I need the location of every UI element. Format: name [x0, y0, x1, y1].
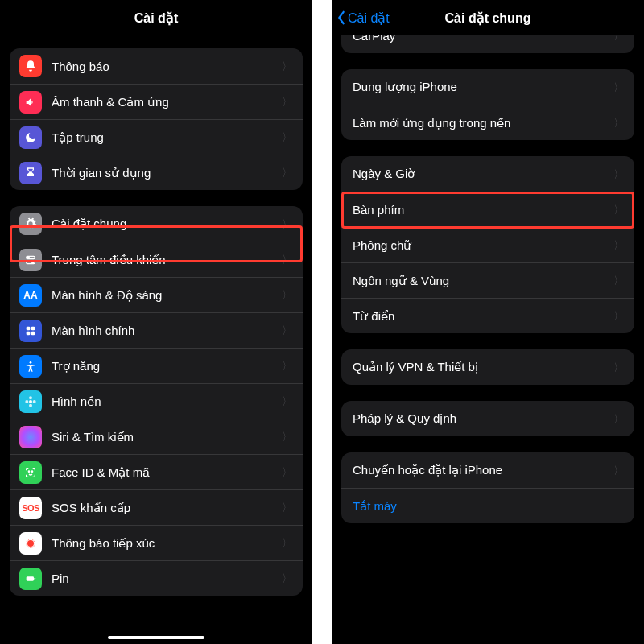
row-focus[interactable]: Tập trung 〉	[10, 119, 303, 155]
row-legal[interactable]: Pháp lý & Quy định 〉	[341, 401, 634, 436]
row-sound-haptics[interactable]: Âm thanh & Cảm ứng 〉	[10, 84, 303, 119]
row-accessibility[interactable]: Trợ năng 〉	[10, 348, 303, 383]
settings-scroll[interactable]: Thông báo 〉 Âm thanh & Cảm ứng 〉 Tập tru…	[0, 35, 312, 644]
row-carplay[interactable]: CarPlay 〉	[341, 35, 634, 53]
row-label: Từ điển	[353, 309, 613, 324]
row-label: Ngày & Giờ	[353, 167, 613, 181]
row-label: Ngôn ngữ & Vùng	[353, 274, 613, 288]
moon-icon	[19, 126, 42, 149]
row-label: Cài đặt chung	[52, 217, 281, 231]
chevron-right-icon: 〉	[283, 97, 290, 107]
svg-rect-19	[35, 577, 35, 580]
row-label: Màn hình chính	[52, 324, 281, 337]
row-label: Face ID & Mật mã	[52, 465, 281, 480]
chevron-right-icon: 〉	[283, 61, 290, 72]
chevron-right-icon: 〉	[283, 573, 290, 584]
face-icon	[19, 461, 42, 484]
sos-icon: SOS	[19, 497, 42, 519]
back-button[interactable]: Cài đặt	[336, 0, 390, 35]
chevron-right-icon: 〉	[283, 467, 290, 477]
row-general[interactable]: Cài đặt chung 〉	[10, 206, 303, 242]
row-faceid[interactable]: Face ID & Mật mã 〉	[10, 454, 303, 489]
row-label: Pin	[52, 572, 281, 585]
svg-point-10	[29, 396, 32, 399]
group-reset: Chuyển hoặc đặt lại iPhone 〉 Tắt máy	[341, 452, 634, 523]
row-label: Làm mới ứng dụng trong nền	[353, 116, 613, 130]
chevron-right-icon: 〉	[614, 82, 621, 93]
row-fonts[interactable]: Phông chữ 〉	[341, 227, 634, 262]
svg-point-2	[27, 257, 29, 258]
exposure-icon	[19, 532, 42, 555]
row-keyboard[interactable]: Bàn phím 〉	[341, 192, 634, 227]
chevron-right-icon: 〉	[614, 118, 621, 128]
row-date-time[interactable]: Ngày & Giờ 〉	[341, 156, 634, 192]
chevron-right-icon: 〉	[283, 254, 290, 265]
chevron-right-icon: 〉	[614, 362, 621, 373]
row-label: Quản lý VPN & Thiết bị	[353, 360, 613, 374]
row-label: Trung tâm điều khiển	[52, 253, 281, 267]
person-icon	[19, 355, 42, 378]
row-label: Pháp lý & Quy định	[353, 411, 613, 426]
row-control-center[interactable]: Trung tâm điều khiển 〉	[10, 242, 303, 277]
row-home-screen[interactable]: Màn hình chính 〉	[10, 312, 303, 348]
chevron-right-icon: 〉	[283, 290, 290, 300]
svg-point-13	[33, 400, 36, 403]
group-carplay: CarPlay 〉	[341, 35, 634, 53]
general-scroll[interactable]: CarPlay 〉 Dung lượng iPhone 〉 Làm mới ứn…	[332, 35, 644, 644]
svg-point-12	[25, 400, 28, 403]
svg-point-8	[30, 361, 32, 364]
chevron-right-icon: 〉	[614, 240, 621, 250]
svg-point-16	[27, 540, 34, 547]
svg-point-3	[32, 262, 34, 263]
row-siri[interactable]: Siri & Tìm kiếm 〉	[10, 419, 303, 454]
svg-point-11	[29, 403, 32, 407]
row-label: Thời gian sử dụng	[52, 166, 281, 180]
chevron-right-icon: 〉	[283, 325, 290, 336]
row-display[interactable]: AA Màn hình & Độ sáng 〉	[10, 277, 303, 312]
chevron-right-icon: 〉	[283, 361, 290, 371]
home-indicator[interactable]	[108, 636, 204, 639]
text-size-icon: AA	[19, 284, 42, 307]
row-wallpaper[interactable]: Hình nền 〉	[10, 383, 303, 419]
row-language-region[interactable]: Ngôn ngữ & Vùng 〉	[341, 262, 634, 298]
row-transfer-reset[interactable]: Chuyển hoặc đặt lại iPhone 〉	[341, 452, 634, 488]
row-label: Trợ năng	[52, 359, 281, 374]
chevron-right-icon: 〉	[614, 35, 621, 41]
row-label: Thông báo	[52, 60, 281, 73]
svg-point-9	[29, 400, 32, 403]
row-label: Phông chữ	[353, 238, 613, 253]
group-legal: Pháp lý & Quy định 〉	[341, 401, 634, 436]
row-exposure[interactable]: Thông báo tiếp xúc 〉	[10, 525, 303, 560]
row-label: SOS khẩn cấp	[52, 501, 281, 515]
chevron-right-icon: 〉	[283, 167, 290, 178]
row-label: Siri & Tìm kiếm	[52, 430, 281, 444]
gear-icon	[19, 213, 42, 235]
row-battery[interactable]: Pin 〉	[10, 560, 303, 596]
row-vpn-device[interactable]: Quản lý VPN & Thiết bị 〉	[341, 349, 634, 385]
row-sos[interactable]: SOS SOS khẩn cấp 〉	[10, 489, 303, 525]
bell-icon	[19, 55, 42, 77]
settings-screen: Cài đặt Thông báo 〉 Âm thanh & Cảm ứng 〉	[0, 0, 312, 644]
row-notifications[interactable]: Thông báo 〉	[10, 48, 303, 84]
settings-group-2: Cài đặt chung 〉 Trung tâm điều khiển 〉 A…	[10, 206, 303, 596]
row-dictionary[interactable]: Từ điển 〉	[341, 298, 634, 333]
navbar: Cài đặt	[0, 0, 312, 35]
row-label: Tập trung	[52, 130, 281, 145]
row-shutdown[interactable]: Tắt máy	[341, 488, 634, 523]
settings-group-1: Thông báo 〉 Âm thanh & Cảm ứng 〉 Tập tru…	[10, 48, 303, 190]
row-label: Dung lượng iPhone	[353, 80, 613, 94]
row-iphone-storage[interactable]: Dung lượng iPhone 〉	[341, 69, 634, 105]
general-settings-screen: Cài đặt Cài đặt chung CarPlay 〉 Dung lượ…	[332, 0, 644, 644]
chevron-right-icon: 〉	[614, 204, 621, 215]
row-label: Thông báo tiếp xúc	[52, 536, 281, 551]
speaker-icon	[19, 91, 42, 114]
svg-rect-4	[27, 326, 31, 330]
grid-icon	[19, 320, 42, 342]
row-background-refresh[interactable]: Làm mới ứng dụng trong nền 〉	[341, 105, 634, 140]
row-label: Hình nền	[52, 394, 281, 409]
row-screentime[interactable]: Thời gian sử dụng 〉	[10, 155, 303, 190]
row-label: Tắt máy	[353, 499, 623, 514]
chevron-right-icon: 〉	[614, 275, 621, 286]
page-title: Cài đặt chung	[445, 10, 531, 26]
row-label: Âm thanh & Cảm ứng	[52, 95, 281, 109]
